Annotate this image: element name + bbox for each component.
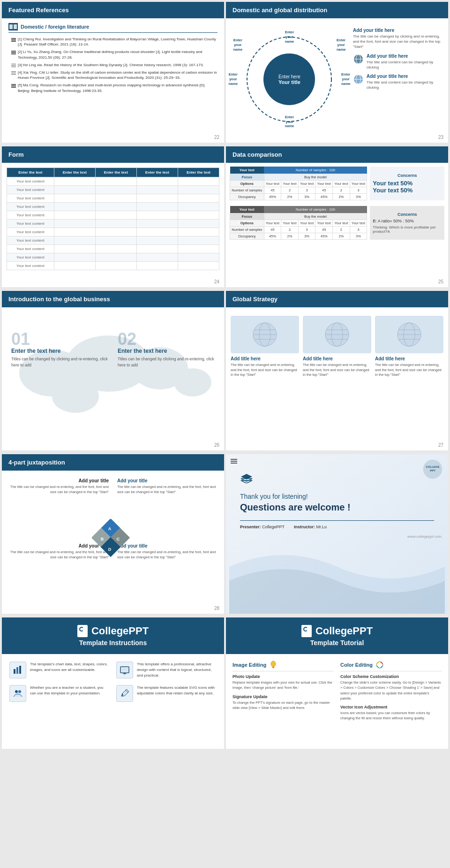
stack-icon bbox=[240, 473, 434, 485]
td-numsamples-label-1: Number of samples bbox=[230, 187, 264, 194]
instructions-title: Template Instructions bbox=[9, 639, 217, 647]
diamond-letter-a: A bbox=[108, 526, 112, 531]
form-cell bbox=[178, 220, 219, 228]
globe-img-2 bbox=[303, 316, 371, 353]
side-title-3: Add your title here bbox=[367, 74, 443, 79]
form-cell bbox=[95, 262, 136, 270]
instructions-grid: The template's chart data, text, shapes,… bbox=[2, 654, 224, 709]
form-cell bbox=[95, 177, 136, 186]
slide-24-number: 24 bbox=[214, 279, 219, 284]
svg-rect-43 bbox=[16, 667, 18, 674]
slide-26-content: 01 Enter the text here Titles can be cha… bbox=[2, 307, 224, 448]
slide-25-content: Your text Number of samples : 100 Focus … bbox=[226, 163, 448, 244]
slide-27: Global Strategy Add title here bbox=[226, 291, 448, 450]
side-text-1: The title can be changed by clicking and… bbox=[353, 34, 443, 50]
presenter-label-text: Presenter: bbox=[240, 525, 261, 529]
intro-title-1: Enter the text here bbox=[11, 348, 108, 354]
form-cell bbox=[54, 211, 95, 220]
slide-23-number: 23 bbox=[438, 135, 443, 140]
slide-23-title: Domestic and global distribution bbox=[232, 7, 327, 14]
data-comparison-table-1: Your text Number of samples : 100 Focus … bbox=[230, 167, 367, 200]
thank-you-text: Thank you for listening! bbox=[240, 493, 434, 500]
svg-point-16 bbox=[52, 380, 99, 413]
svg-rect-55 bbox=[272, 667, 274, 668]
form-row: Your text content bbox=[7, 245, 219, 253]
instruction-item-3: Whether you are a teacher or a student, … bbox=[9, 685, 110, 702]
slide-28: 4-part juxtaposition A B C D bbox=[2, 454, 224, 614]
ref-lines bbox=[11, 84, 16, 88]
strategy-items: Add title here The title can be changed … bbox=[231, 316, 443, 378]
strategy-text-3: The title can be changed and re-entering… bbox=[375, 363, 443, 378]
seal-svg: COLLEGE PPT bbox=[422, 459, 443, 480]
svg-point-50 bbox=[18, 690, 21, 693]
people-icon bbox=[13, 689, 22, 698]
form-cell bbox=[136, 203, 178, 211]
form-col-header: Enter the text bbox=[7, 168, 54, 177]
td-2-o2: 2% bbox=[281, 233, 299, 240]
ref-text: [1] Cheng Rui. Investigation and Thinkin… bbox=[18, 37, 218, 47]
td-2-v4: Your text bbox=[315, 220, 333, 227]
color-scheme-title: Color Scheme Customization bbox=[340, 674, 442, 679]
form-cell bbox=[95, 236, 136, 245]
td-o6: 3% bbox=[350, 194, 367, 200]
td-2-n6: 3 bbox=[350, 227, 367, 233]
td-numsamples-label-2: Number of samples bbox=[230, 227, 264, 233]
form-col-header: Enter the text bbox=[95, 168, 136, 177]
instructor-label: Instructor: Mr.Lu bbox=[294, 525, 327, 529]
presenter-info: Presenter: CollegePPT Instructor: Mr.Lu bbox=[240, 525, 434, 529]
td-options-label-1: Options bbox=[230, 181, 264, 187]
svg-text:PPT: PPT bbox=[430, 469, 435, 472]
td-n5: 2 bbox=[333, 187, 350, 194]
side-info-1: Add your title here The title can be cha… bbox=[353, 28, 443, 50]
intro-item-1: 01 Enter the text here Titles can be cha… bbox=[11, 331, 108, 368]
data-table-2: Your text Number of samples : 100 Focus … bbox=[230, 206, 367, 240]
svg-point-58 bbox=[378, 663, 381, 666]
diamond-svg: A B C D bbox=[92, 519, 134, 561]
td-v6: Your text bbox=[350, 181, 367, 187]
th-samples-1: Number of samples : 100 bbox=[264, 167, 367, 174]
form-row: Your text content bbox=[7, 220, 219, 228]
circle-diagram: Enter here Your title Enteryourname Ente… bbox=[231, 23, 348, 136]
concern-title-1: Concerns bbox=[373, 173, 442, 178]
side-text-2: The title and content can be changed by … bbox=[367, 60, 443, 70]
chart-icon bbox=[13, 665, 22, 675]
circle-label-top: Enteryourname bbox=[285, 30, 294, 44]
reference-item: [5] Ma Cong. Research on multi-objective… bbox=[8, 83, 218, 93]
photo-update-text: Replace template images with your own fo… bbox=[232, 680, 334, 691]
globe-icon-1 bbox=[353, 53, 364, 65]
ref-text: [5] Ma Cong. Research on multi-objective… bbox=[18, 83, 218, 93]
data-comparison-table-2: Your text Number of samples : 100 Focus … bbox=[230, 206, 367, 240]
td-2-v5: Your text bbox=[333, 220, 350, 227]
website-text: www.collegeppt.com bbox=[407, 534, 442, 539]
td-o1: 45% bbox=[264, 194, 281, 200]
td-2-o3: 3% bbox=[298, 233, 315, 240]
td-v1: Your text bbox=[264, 181, 281, 187]
slide-27-content: Add title here The title can be changed … bbox=[226, 307, 448, 382]
td-2-o4: 45% bbox=[315, 233, 333, 240]
instruction-item-1: The template's chart data, text, shapes,… bbox=[9, 662, 110, 678]
form-row: Your text content bbox=[7, 177, 219, 186]
intro-text-2: Titles can be changed by clicking and re… bbox=[118, 356, 215, 368]
svg-rect-2 bbox=[14, 24, 17, 29]
form-cell bbox=[54, 253, 95, 262]
form-cell bbox=[136, 245, 178, 253]
td-v5: Your text bbox=[333, 181, 350, 187]
instruction-icon-3 bbox=[9, 685, 26, 702]
tutorial-logo-icon bbox=[301, 625, 312, 637]
quad-title-1: Add your title bbox=[9, 478, 109, 483]
ref-lines bbox=[11, 71, 16, 75]
slide-25-title: Data comparison bbox=[232, 151, 282, 158]
form-cell bbox=[95, 186, 136, 194]
circle-label-right: Enteryourname bbox=[341, 72, 351, 86]
diamond-letter-d: D bbox=[108, 547, 112, 552]
td-v4: Your text bbox=[315, 181, 333, 187]
quad-text-2: The title can be changed and re-entering… bbox=[117, 485, 217, 495]
td-n3: 3 bbox=[298, 187, 315, 194]
image-editing-label: Image Editing bbox=[232, 662, 266, 668]
seal-badge: COLLEGE PPT bbox=[422, 459, 443, 482]
circle-label-left: Enteryourname bbox=[228, 72, 238, 86]
instruction-text-4: The template features scalable SVG icons… bbox=[137, 685, 217, 696]
tutorial-image-section: Image Editing Photo Update Replace templ… bbox=[232, 661, 334, 721]
form-cell: Your text content bbox=[7, 177, 54, 186]
menu-line-2 bbox=[231, 461, 237, 462]
